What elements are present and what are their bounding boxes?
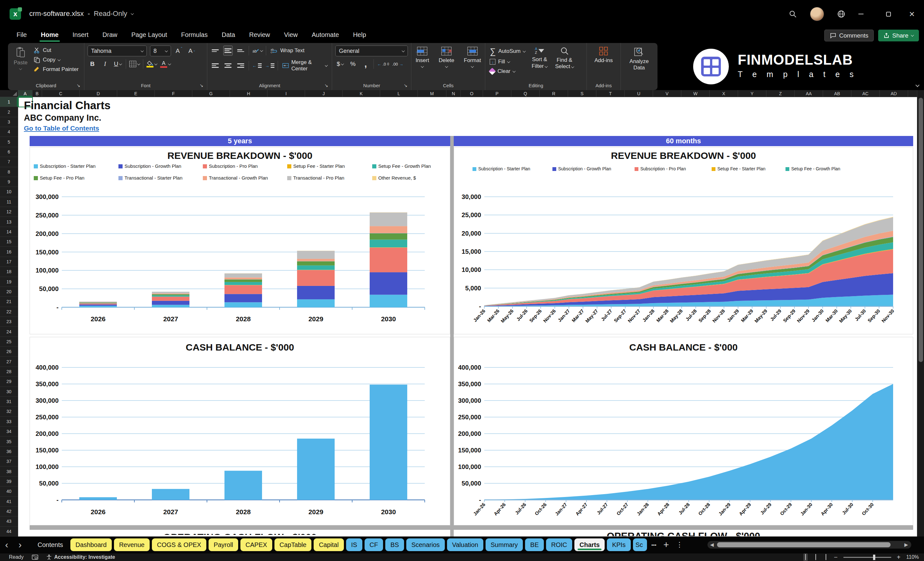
bar-segment[interactable] — [79, 303, 117, 304]
zoom-level[interactable]: 110% — [906, 554, 919, 560]
column-header-s[interactable]: S — [568, 90, 596, 97]
row-header-34[interactable]: 34 — [0, 427, 18, 436]
sheet-tab-summary[interactable]: Summary — [486, 538, 523, 551]
search-icon[interactable] — [786, 8, 799, 20]
sheet-tab-roic[interactable]: ROIC — [546, 538, 572, 551]
bar-segment[interactable] — [370, 212, 407, 213]
horizontal-scrollbar[interactable]: ◀ ▶ — [708, 541, 911, 549]
menu-tab-draw[interactable]: Draw — [96, 29, 124, 42]
bar-segment[interactable] — [370, 233, 407, 233]
horizontal-scrollbar-thumb[interactable] — [717, 542, 891, 547]
row-header-30[interactable]: 30 — [0, 387, 18, 397]
bar-segment[interactable] — [370, 233, 407, 240]
addins-button[interactable]: Add-ins — [592, 45, 615, 65]
decrease-decimal-button[interactable]: .00→ — [392, 59, 404, 69]
chart-cash-balance-monthly[interactable]: CASH BALANCE - $'000-50,000100,000150,00… — [454, 337, 913, 525]
bar-segment[interactable] — [152, 489, 189, 500]
column-header-z[interactable]: Z — [766, 90, 795, 97]
bar-segment[interactable] — [297, 299, 334, 307]
copy-button[interactable]: Copy — [33, 56, 80, 64]
share-button[interactable]: Share — [878, 30, 919, 41]
bar-segment[interactable] — [225, 285, 262, 294]
row-header-31[interactable]: 31 — [0, 397, 18, 406]
font-color-button[interactable]: A — [160, 59, 171, 69]
increase-font-button[interactable]: Aˆ — [174, 46, 184, 56]
bar-segment[interactable] — [297, 439, 334, 500]
column-header-o[interactable]: O — [461, 90, 483, 97]
row-header-16[interactable]: 16 — [0, 247, 18, 256]
sheet-tab-charts[interactable]: Charts — [574, 538, 604, 551]
align-top-button[interactable] — [210, 45, 220, 56]
row-header-4[interactable]: 4 — [0, 127, 18, 137]
row-header-15[interactable]: 15 — [0, 237, 18, 247]
cut-button[interactable]: Cut — [33, 46, 80, 54]
sheet-tab-cogs-opex[interactable]: COGS & OPEX — [152, 538, 206, 551]
bar-segment[interactable] — [79, 304, 117, 306]
sheet-tab-contents[interactable]: Contents — [33, 538, 68, 551]
row-header-13[interactable]: 13 — [0, 217, 18, 227]
row-header-28[interactable]: 28 — [0, 367, 18, 376]
row-header-42[interactable]: 42 — [0, 507, 18, 516]
row-header-35[interactable]: 35 — [0, 436, 18, 446]
bar-segment[interactable] — [79, 303, 117, 303]
zoom-in-button[interactable]: + — [897, 554, 901, 561]
sheet-tab-scenarios[interactable]: Scenarios — [406, 538, 445, 551]
row-header-20[interactable]: 20 — [0, 287, 18, 297]
row-header-5[interactable]: 5 — [0, 137, 18, 147]
row-header-33[interactable]: 33 — [0, 417, 18, 427]
bar-segment[interactable] — [152, 305, 189, 307]
hscroll-right-icon[interactable]: ▶ — [902, 542, 910, 548]
row-header-22[interactable]: 22 — [0, 307, 18, 317]
sheet-tab-capex[interactable]: CAPEX — [240, 538, 272, 551]
row-header-41[interactable]: 41 — [0, 496, 18, 507]
row-header-9[interactable]: 9 — [0, 177, 18, 187]
chart-revenue-breakdown-annual[interactable]: REVENUE BREAKDOWN - $'000Subscription - … — [30, 147, 450, 334]
row-header-10[interactable]: 10 — [0, 187, 18, 197]
column-header-b[interactable]: B — [33, 90, 42, 97]
insert-cells-button[interactable]: ← Insert — [413, 45, 432, 69]
row-header-40[interactable]: 40 — [0, 486, 18, 496]
align-right-button[interactable] — [236, 60, 246, 70]
menu-tab-automate[interactable]: Automate — [305, 29, 346, 42]
column-header-f[interactable]: F — [155, 90, 192, 97]
bar-segment[interactable] — [297, 270, 334, 270]
align-left-button[interactable] — [210, 60, 220, 70]
clear-button[interactable]: Clear — [488, 67, 526, 75]
page-break-view-button[interactable] — [824, 554, 828, 561]
sheet-tab-revenue[interactable]: Revenue — [114, 538, 150, 551]
bar-segment[interactable] — [152, 296, 189, 297]
area-series[interactable] — [484, 384, 893, 500]
fill-color-button[interactable] — [147, 59, 157, 69]
macro-record-icon[interactable] — [32, 555, 38, 560]
chart-revenue-breakdown-monthly[interactable]: REVENUE BREAKDOWN - $'000Subscription - … — [454, 147, 913, 334]
row-header-43[interactable]: 43 — [0, 516, 18, 526]
column-header-g[interactable]: G — [192, 90, 230, 97]
sheet-canvas[interactable]: Financial Charts ABC Company Inc. Go to … — [18, 97, 917, 537]
bar-segment[interactable] — [225, 471, 262, 500]
alignment-dialog-launcher[interactable]: ↘ — [324, 83, 328, 88]
bar-segment[interactable] — [79, 302, 117, 302]
comma-format-button[interactable]: , — [361, 59, 370, 69]
percent-format-button[interactable]: % — [348, 59, 358, 69]
row-header-19[interactable]: 19 — [0, 277, 18, 287]
row-header-37[interactable]: 37 — [0, 457, 18, 466]
toc-link[interactable]: Go to Table of Contents — [24, 124, 99, 132]
column-header-ac[interactable]: AC — [851, 90, 880, 97]
close-button[interactable]: × — [906, 9, 918, 20]
row-header-8[interactable]: 8 — [0, 167, 18, 177]
menu-tab-help[interactable]: Help — [346, 29, 373, 42]
number-dialog-launcher[interactable]: ↘ — [404, 83, 408, 88]
row-header-23[interactable]: 23 — [0, 317, 18, 327]
zoom-out-button[interactable]: − — [834, 554, 838, 561]
bar-segment[interactable] — [225, 302, 262, 307]
menu-tab-review[interactable]: Review — [242, 29, 277, 42]
bar-segment[interactable] — [225, 294, 262, 302]
ribbon-collapse-icon[interactable] — [915, 83, 920, 87]
chart-cash-balance-annual[interactable]: CASH BALANCE - $'000-50,000100,000150,00… — [30, 337, 450, 525]
accessibility-status[interactable]: Accessibility: Investigate — [46, 554, 115, 560]
column-header-aa[interactable]: AA — [795, 90, 823, 97]
row-header-11[interactable]: 11 — [0, 197, 18, 207]
sheet-tab-payroll[interactable]: Payroll — [208, 538, 238, 551]
column-header-r[interactable]: R — [540, 90, 568, 97]
accounting-format-button[interactable]: $ — [335, 59, 345, 69]
